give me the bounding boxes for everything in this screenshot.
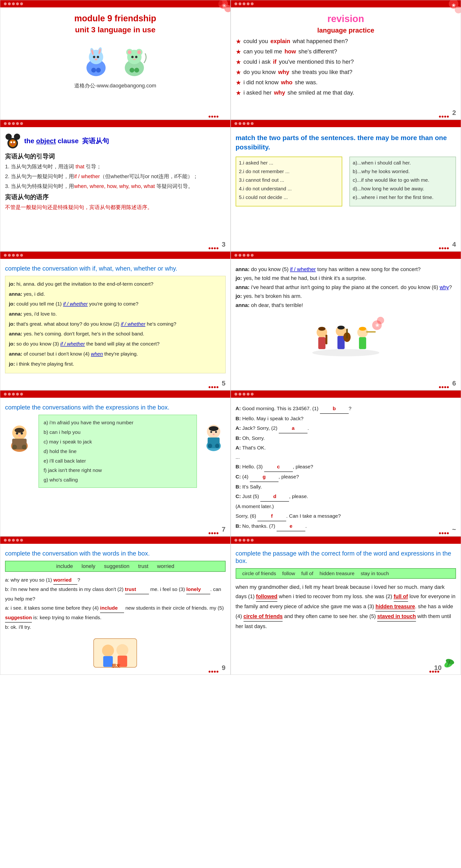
cell7-content: complete the conversations with the expr… bbox=[5, 404, 225, 491]
blank-8-6: f bbox=[257, 511, 286, 521]
star-item-6: ★i asked her why she smiled at me that d… bbox=[236, 89, 456, 97]
cell-1: ❀ module 9 friendship unit 3 language in… bbox=[0, 0, 230, 120]
main-page: ❀ module 9 friendship unit 3 language in… bbox=[0, 0, 461, 675]
cell4-header-bar bbox=[231, 120, 461, 127]
svg-rect-40 bbox=[326, 335, 327, 344]
cell4-content: match the two parts of the sentences. th… bbox=[236, 133, 456, 207]
phone-line-10: C: Just (5) d, please. bbox=[236, 492, 456, 502]
leaf-decoration bbox=[441, 656, 456, 671]
match-left-5: 5.i could not decide ... bbox=[239, 194, 339, 200]
svg-point-43 bbox=[337, 326, 345, 330]
phone-line-13: B: No, thanks. (7) e. bbox=[236, 521, 456, 531]
svg-point-35 bbox=[11, 144, 14, 145]
revision-title: revision bbox=[236, 13, 456, 24]
phone-line-1: A: Good morning. This is 234567. (1) b? bbox=[236, 404, 456, 414]
conv5-5: jo: that's great. what about tony? do yo… bbox=[9, 320, 222, 328]
blank-8-7: e bbox=[277, 521, 305, 531]
cell10-content: complete the passage with the correct fo… bbox=[236, 550, 456, 631]
cell6-number: 6 bbox=[452, 379, 456, 387]
star-icon-2: ★ bbox=[236, 48, 241, 56]
option-d: d) hold the line bbox=[43, 446, 192, 456]
cell10-header-bar bbox=[231, 537, 461, 544]
conv6-3: anna: i've heard that arthur isn't going… bbox=[236, 283, 456, 292]
svg-point-72 bbox=[102, 645, 114, 657]
star-item-4: ★do you know why she treats you like tha… bbox=[236, 69, 456, 76]
word-worried: worried bbox=[157, 563, 174, 569]
cell1-content: module 9 friendship unit 3 language in u… bbox=[5, 13, 225, 89]
cell6-bottom-dots bbox=[439, 386, 449, 388]
conv6-4: jo: yes. he's broken his arm. bbox=[236, 292, 456, 301]
cell7-layout: a) i'm afraid you have the wrong number … bbox=[5, 415, 225, 491]
svg-point-13 bbox=[91, 68, 96, 72]
svg-rect-47 bbox=[359, 337, 366, 349]
cell2-content: revision language practice ★could you ex… bbox=[236, 13, 456, 97]
cell5-instruction: complete the conversation with if, what,… bbox=[5, 265, 225, 272]
svg-point-14 bbox=[96, 68, 101, 72]
cell5-conversation: jo: hi, anna. did you get the invitation… bbox=[5, 276, 225, 373]
cell5-number: 5 bbox=[222, 379, 225, 387]
svg-point-25 bbox=[134, 68, 139, 72]
cell3-bottom-dots bbox=[209, 247, 218, 249]
svg-text:❀: ❀ bbox=[375, 322, 379, 328]
blank-10-5: staved in touch bbox=[377, 612, 416, 622]
rule2-keyword: if / whether bbox=[74, 173, 100, 179]
phone-line-11: (A moment later.) bbox=[236, 502, 456, 511]
cell9-exercise: a: why are you so (1) worried? b: i'm ne… bbox=[5, 576, 225, 632]
word-hidden-treasure: hidden treasure bbox=[319, 570, 355, 576]
cell10-passage: when my grandmother died, i felt my hear… bbox=[236, 582, 456, 631]
svg-point-12 bbox=[95, 58, 97, 60]
svg-point-55 bbox=[14, 428, 24, 433]
cell1-bottom-dots bbox=[209, 116, 218, 118]
svg-point-64 bbox=[209, 426, 218, 431]
option-e: e) i'll call back later bbox=[43, 456, 192, 466]
option-f: f) jack isn't there right now bbox=[43, 465, 192, 475]
blank-8-3: c bbox=[264, 462, 293, 472]
conv6-5: anna: oh dear, that's terrible! bbox=[236, 301, 456, 310]
blank-8-5: d bbox=[260, 492, 289, 502]
cell9-line-c: a: i see. it takes some time before they… bbox=[5, 603, 225, 623]
highlight-5: who bbox=[281, 79, 293, 86]
cell9-wordbox: include lonely suggestion trust worried bbox=[5, 561, 225, 572]
svg-point-22 bbox=[135, 56, 137, 58]
svg-point-66 bbox=[215, 431, 217, 433]
star-icon-3: ★ bbox=[236, 58, 241, 66]
order-note: 不管是一般疑问句还是特殊疑问句，宾语从句都要用陈述语序。 bbox=[5, 204, 225, 211]
svg-rect-38 bbox=[318, 337, 326, 349]
cell4-bottom-dots bbox=[439, 247, 449, 249]
conv5-2: anna: yes, i did. bbox=[9, 290, 222, 298]
svg-text:❀: ❀ bbox=[222, 3, 226, 9]
floral-decoration-tr: ❀ bbox=[202, 0, 230, 20]
cell-7: complete the conversations with the expr… bbox=[0, 390, 230, 536]
match-left-4: 4.i do not understand ... bbox=[239, 186, 339, 191]
phone-line-2: B: Hello. May i speak to Jack? bbox=[236, 414, 456, 423]
star-item-3: ★could i ask if you've mentioned this to… bbox=[236, 58, 456, 66]
blank-10-1: followed bbox=[256, 592, 277, 602]
phone-line-6: ... bbox=[236, 452, 456, 462]
star-icon-5: ★ bbox=[236, 79, 241, 87]
options-box: a) i'm afraid you have the wrong number … bbox=[38, 415, 197, 488]
highlight-6: why bbox=[274, 89, 285, 96]
blank-5: if / whether bbox=[290, 266, 316, 272]
match-left-col: 1.i asked her ... 2.i do not remember ..… bbox=[236, 157, 342, 207]
match-left-2: 2.i do not remember ... bbox=[239, 168, 339, 174]
svg-point-61 bbox=[22, 445, 27, 450]
match-container: 1.i asked her ... 2.i do not remember ..… bbox=[236, 157, 456, 207]
bunny-character bbox=[81, 39, 112, 78]
mouse-character bbox=[119, 39, 150, 78]
conv5-6: anna: yes. he's coming. don't forget, he… bbox=[9, 330, 222, 338]
cell9-number: 9 bbox=[222, 664, 225, 672]
cell-6: anna: do you know (5) if / whether tony … bbox=[230, 251, 461, 390]
rule1-keyword: that bbox=[76, 163, 85, 169]
cell9-line-b: b: i'm new here and the students in my c… bbox=[5, 585, 225, 603]
cell-8: A: Good morning. This is 234567. (1) b? … bbox=[230, 390, 461, 536]
match-right-c: c)...if she would like to go with me. bbox=[353, 177, 453, 183]
cell3-title: the object clause宾语从句 bbox=[24, 136, 109, 146]
cell2-floral: ❀ bbox=[432, 0, 461, 20]
svg-point-65 bbox=[210, 431, 212, 433]
blank-3: if / whether bbox=[60, 341, 85, 346]
band-illustration: ❀ bbox=[307, 313, 384, 356]
blank-9-2: trust bbox=[125, 585, 149, 594]
cell9-image: 朋友 bbox=[5, 636, 225, 670]
highlight-1: explain bbox=[270, 38, 290, 44]
blank-10-4: circle of friends bbox=[244, 612, 283, 622]
